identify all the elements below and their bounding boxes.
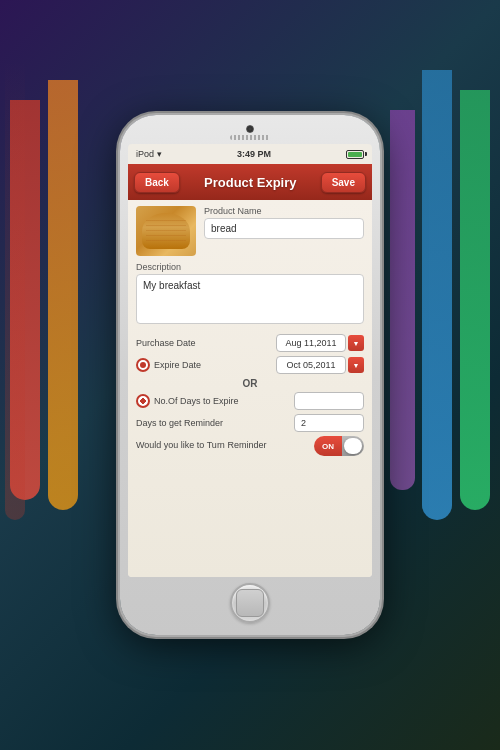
status-bar: iPod ▾ 3:49 PM <box>128 144 372 164</box>
days-reminder-row: Days to get Reminder <box>136 414 364 432</box>
no-of-days-label: No.Of Days to Expire <box>154 396 294 406</box>
product-name-section: Product Name <box>204 206 364 239</box>
days-reminder-input[interactable] <box>294 414 364 432</box>
no-of-days-input[interactable] <box>294 392 364 410</box>
product-image <box>136 206 196 256</box>
phone-frame: iPod ▾ 3:49 PM Back Product Expiry Save <box>120 115 380 635</box>
back-button[interactable]: Back <box>134 172 180 193</box>
toggle-thumb <box>344 438 362 454</box>
no-of-days-radio-row: No.Of Days to Expire <box>136 394 294 408</box>
product-section: Product Name <box>136 206 364 256</box>
battery-fill <box>348 152 362 157</box>
or-divider: OR <box>136 378 364 389</box>
purchase-date-picker: Aug 11,2011 <box>276 334 364 352</box>
days-reminder-label: Days to get Reminder <box>136 418 294 428</box>
form-content: Product Name Description My breakfast Pu… <box>128 200 372 577</box>
expire-date-dropdown[interactable] <box>348 357 364 373</box>
purchase-date-row: Purchase Date Aug 11,2011 <box>136 334 364 352</box>
speaker-grill <box>230 135 270 140</box>
product-name-label: Product Name <box>204 206 364 216</box>
expire-date-value[interactable]: Oct 05,2011 <box>276 356 346 374</box>
expire-date-label: Expire Date <box>154 360 201 370</box>
phone-screen: iPod ▾ 3:49 PM Back Product Expiry Save <box>128 144 372 577</box>
camera <box>246 125 254 133</box>
toggle-on-label: ON <box>314 436 342 456</box>
description-input[interactable]: My breakfast <box>136 274 364 324</box>
toggle-off-area <box>342 436 364 456</box>
nav-bar: Back Product Expiry Save <box>128 164 372 200</box>
status-time: 3:49 PM <box>237 149 271 159</box>
status-battery <box>346 150 364 159</box>
no-of-days-radio[interactable] <box>136 394 150 408</box>
purchase-date-label: Purchase Date <box>136 338 196 348</box>
expire-date-radio[interactable] <box>136 358 150 372</box>
reminder-toggle[interactable]: ON <box>314 436 364 456</box>
product-name-input[interactable] <box>204 218 364 239</box>
home-button[interactable] <box>230 583 270 623</box>
expire-date-row: Expire Date Oct 05,2011 <box>136 356 364 374</box>
no-of-days-row: No.Of Days to Expire <box>136 392 364 410</box>
purchase-date-dropdown[interactable] <box>348 335 364 351</box>
status-device: iPod ▾ <box>136 149 162 159</box>
nav-title: Product Expiry <box>204 175 296 190</box>
battery-icon <box>346 150 364 159</box>
reminder-label: Would you like to Turn Reminder <box>136 440 314 452</box>
description-label: Description <box>136 262 364 272</box>
wifi-icon: ▾ <box>157 149 162 159</box>
purchase-date-value[interactable]: Aug 11,2011 <box>276 334 346 352</box>
expire-date-picker: Oct 05,2011 <box>276 356 364 374</box>
expire-radio-row: Expire Date <box>136 358 201 372</box>
description-section: Description My breakfast <box>136 262 364 328</box>
home-button-inner <box>236 589 264 617</box>
save-button[interactable]: Save <box>321 172 366 193</box>
reminder-row: Would you like to Turn Reminder ON <box>136 436 364 456</box>
bread-icon <box>136 206 196 256</box>
